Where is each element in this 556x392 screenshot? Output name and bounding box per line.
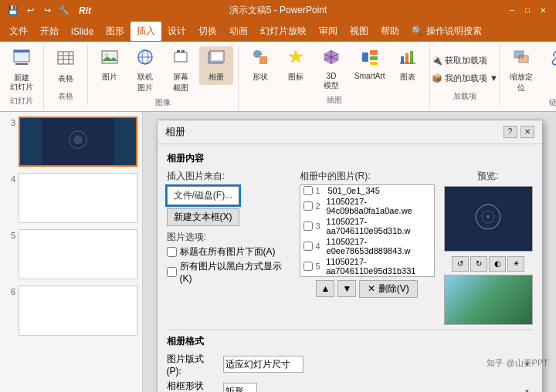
rotate-left-btn[interactable]: ↺: [452, 256, 469, 272]
slide-num-3: 3: [5, 117, 15, 127]
file-disk-btn[interactable]: 文件/磁盘(F)...: [167, 186, 240, 205]
maximize-btn[interactable]: □: [520, 4, 534, 18]
undo-btn[interactable]: ↩: [23, 5, 37, 17]
svg-rect-46: [445, 186, 532, 251]
3d-model-btn[interactable]: 3D模型: [314, 46, 348, 93]
screenshot-btn[interactable]: 屏幕截图: [164, 46, 198, 96]
move-up-btn[interactable]: ▲: [316, 280, 334, 297]
my-addins-btn[interactable]: 📦 我的加载项 ▼: [429, 71, 501, 86]
slide-preview-3[interactable]: [19, 117, 137, 167]
new-textbox-btn[interactable]: 新建文本框(X): [167, 208, 239, 226]
menu-shapes[interactable]: 图形: [100, 22, 131, 41]
ribbon-slides-buttons: 新建幻灯片: [5, 46, 39, 94]
icons-btn[interactable]: 图标: [279, 46, 313, 85]
minimize-btn[interactable]: ─: [505, 4, 519, 18]
link-icon: [548, 49, 556, 70]
svg-rect-27: [362, 52, 368, 62]
list-item-5[interactable]: 5 11050217-aa7046110e95d31b331: [300, 256, 434, 276]
preview-thumb-image: [445, 275, 532, 324]
brightness-btn[interactable]: ☀: [507, 256, 524, 272]
item-4-checkbox[interactable]: [303, 242, 313, 251]
ribbon-illustration-label: 插图: [327, 93, 342, 106]
ribbon-addins-label: 加载项: [453, 90, 476, 102]
delete-btn[interactable]: ✕ 删除(V): [359, 280, 417, 298]
menu-design[interactable]: 设计: [161, 22, 192, 41]
list-item-3[interactable]: 3 11050217-aa7046110e95d31b.w: [300, 216, 434, 236]
dialog-close-btn[interactable]: ✕: [520, 126, 534, 138]
link-btn[interactable]: [540, 46, 556, 74]
menu-insert[interactable]: 插入: [131, 22, 161, 41]
list-item-2[interactable]: 2 11050217-94c09b8a0fa1a0ae.we: [300, 196, 434, 216]
svg-rect-14: [177, 50, 180, 52]
menu-islide[interactable]: iSlide: [65, 23, 100, 40]
menu-slideshow[interactable]: 幻灯片放映: [254, 22, 313, 41]
album-list-label: 相册中的图片(R):: [300, 170, 435, 183]
list-item-1[interactable]: 1 501_0e1_345: [300, 185, 434, 196]
svg-rect-3: [58, 52, 73, 64]
table-btn[interactable]: 表格: [49, 46, 83, 86]
svg-rect-29: [370, 56, 378, 60]
move-down-btn[interactable]: ▼: [337, 280, 356, 297]
frame-shape-row: 相框形状(M): 矩形: [167, 380, 533, 392]
item-5-checkbox[interactable]: [303, 262, 313, 271]
item-1-checkbox[interactable]: [303, 186, 313, 195]
menu-transition[interactable]: 切换: [192, 22, 223, 41]
item-2-checkbox[interactable]: [303, 201, 313, 211]
bw-checkbox[interactable]: [167, 267, 177, 277]
menu-start[interactable]: 开始: [34, 22, 65, 41]
svg-rect-1: [14, 50, 29, 52]
redo-btn[interactable]: ↪: [40, 5, 54, 17]
canvas-area: 相册 ? ✕ 相册内容 插入图片来自: 文件/磁: [143, 112, 556, 392]
dialog-help-btn[interactable]: ?: [503, 126, 517, 138]
online-picture-btn[interactable]: 联机图片: [128, 46, 162, 96]
svg-point-49: [486, 215, 490, 218]
second-preview: [444, 275, 533, 325]
svg-point-45: [73, 135, 82, 144]
menu-animation[interactable]: 动画: [223, 22, 254, 41]
title-bar: 💾 ↩ ↪ 🔧 Rit 演示文稿5 - PowerPoint ─ □ ✕: [0, 0, 556, 22]
rotate-right-btn[interactable]: ↻: [470, 256, 487, 272]
zoom-btn[interactable]: 缩放定位: [504, 46, 538, 96]
picture-btn[interactable]: 图片: [93, 46, 127, 85]
contrast-btn[interactable]: ◐: [489, 256, 506, 272]
svg-point-9: [105, 53, 108, 56]
frame-shape-select-wrapper: 矩形: [223, 383, 533, 392]
save-quick-btn[interactable]: 💾: [6, 5, 20, 17]
svg-rect-36: [519, 56, 528, 63]
list-item-6[interactable]: 6 20150205013217331: [300, 276, 434, 277]
ribbon-group-table: 表格 表格: [44, 45, 88, 105]
caption-option-row: 标题在所有图片下面(A): [167, 245, 290, 259]
new-slide-btn[interactable]: 新建幻灯片: [5, 46, 39, 94]
customize-btn[interactable]: 🔧: [57, 5, 71, 17]
picture-layout-select[interactable]: 适应幻灯片尺寸: [223, 356, 303, 373]
shapes-btn[interactable]: 形状: [243, 46, 277, 85]
menu-search[interactable]: 🔍 操作说明搜索: [405, 22, 487, 41]
slide-preview-4[interactable]: [19, 173, 137, 223]
chart-btn[interactable]: 图表: [391, 46, 425, 85]
new-slide-icon: [12, 49, 31, 72]
caption-label: 标题在所有图片下面(A): [180, 245, 276, 259]
album-btn[interactable]: 相册: [199, 46, 233, 85]
caption-checkbox[interactable]: [167, 247, 177, 257]
menu-review[interactable]: 审阅: [313, 22, 344, 41]
close-btn[interactable]: ✕: [536, 4, 550, 18]
menu-help[interactable]: 帮助: [375, 22, 405, 41]
smartart-btn[interactable]: SmartArt: [350, 46, 389, 83]
slide-preview-5[interactable]: [19, 229, 137, 279]
ribbon-slides-label: 幻灯片: [10, 94, 33, 106]
album-listbox[interactable]: 1 501_0e1_345 2 11050217-94c09b8a0fa1a0a…: [300, 184, 435, 277]
ribbon-image-label: 图像: [155, 96, 171, 108]
list-item-4[interactable]: 4 11050217-e0ee78653d889843.w: [300, 236, 434, 256]
frame-shape-select[interactable]: 矩形: [223, 383, 257, 392]
slide-preview-6[interactable]: [19, 286, 137, 336]
slide-num-6: 6: [5, 286, 15, 296]
slide-thumb-4: 4: [3, 171, 139, 225]
get-addins-btn[interactable]: 🔌 获取加载项: [429, 53, 501, 68]
menu-file[interactable]: 文件: [3, 22, 34, 41]
photo-options-label: 图片选项:: [167, 231, 290, 244]
watermark: 知乎 @山美PPT: [486, 357, 548, 369]
menu-view[interactable]: 视图: [344, 22, 375, 41]
icons-icon: [287, 49, 304, 70]
item-3-checkbox[interactable]: [303, 221, 313, 231]
dialog-title-text: 相册: [165, 125, 185, 139]
